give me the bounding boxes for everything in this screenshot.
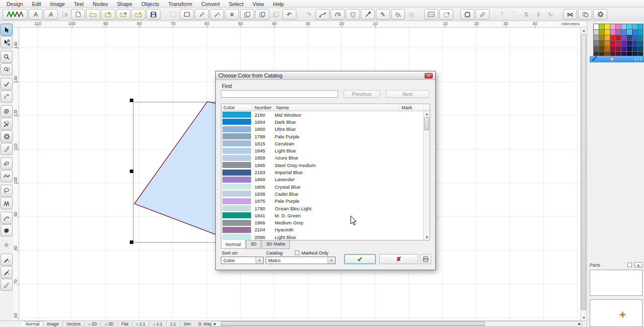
palette-swatch[interactable] xyxy=(605,46,610,51)
catalog-color-row[interactable]: 2096Light Blue xyxy=(221,233,423,240)
parts-checkbox[interactable] xyxy=(627,263,632,267)
column-header-name[interactable]: Name xyxy=(274,104,399,111)
previous-button[interactable]: Previous xyxy=(344,90,380,98)
find-input[interactable] xyxy=(221,90,338,98)
duplicate-objects-button[interactable] xyxy=(255,9,269,20)
palette-swatch[interactable] xyxy=(616,30,621,35)
fill-tool-button[interactable] xyxy=(391,9,405,20)
view-tab-1-1[interactable]: 1:1 xyxy=(166,321,181,327)
catalog-color-row[interactable]: 2193Imperial Blue xyxy=(221,169,423,176)
column-header-number[interactable]: Number xyxy=(253,104,274,111)
palette-swatch[interactable] xyxy=(599,30,604,35)
scroll-left-icon[interactable]: ◀ xyxy=(213,322,215,325)
overlap-shapes-button[interactable] xyxy=(578,9,592,20)
palette-swatch[interactable] xyxy=(627,35,632,40)
palette-swatch[interactable] xyxy=(610,24,615,29)
table-scroll-thumb[interactable] xyxy=(424,117,429,130)
palette-swatch[interactable] xyxy=(627,41,632,46)
brush-tool-button[interactable] xyxy=(475,9,490,20)
menu-nodes[interactable]: Nodes xyxy=(88,1,112,8)
cut-shape-tool[interactable] xyxy=(1,118,13,130)
palette-swatch[interactable] xyxy=(638,30,643,35)
palette-swatch[interactable] xyxy=(599,24,604,29)
gauge-button[interactable] xyxy=(331,9,345,20)
knife-tool[interactable] xyxy=(1,143,13,155)
menu-shape[interactable]: Shape xyxy=(113,1,137,8)
next-button[interactable]: Next xyxy=(386,90,429,98)
palette-swatch[interactable] xyxy=(627,24,632,29)
selection-handle[interactable] xyxy=(130,99,133,102)
scroll-down-icon[interactable]: ▼ xyxy=(582,316,586,319)
vertical-scroll-thumb[interactable] xyxy=(581,34,586,310)
palette-swatch[interactable] xyxy=(632,24,637,29)
palette-swatch[interactable] xyxy=(632,41,637,46)
table-scroll-down-icon[interactable]: ▼ xyxy=(425,235,429,239)
image-frame-button[interactable] xyxy=(424,9,438,20)
selected-shape[interactable] xyxy=(134,102,227,239)
stitch-select-button[interactable] xyxy=(3,9,28,20)
catalog-color-row[interactable]: 1806Crystal Blue xyxy=(221,183,423,190)
catalog-color-row[interactable]: 1859Azure Blue xyxy=(221,154,423,161)
palette-swatch[interactable] xyxy=(599,35,604,40)
sign-pen-button[interactable]: ✎ xyxy=(376,9,390,20)
undo-button[interactable]: ↶ xyxy=(282,9,296,20)
palette-swatch[interactable] xyxy=(621,24,626,29)
menu-select[interactable]: Select xyxy=(224,1,248,8)
palette-swatch[interactable] xyxy=(621,41,626,46)
parts-expand-button[interactable]: ▲ xyxy=(634,262,643,268)
catalog-color-row[interactable]: 1815Cerulean xyxy=(221,140,423,147)
menu-transform[interactable]: Transform xyxy=(164,1,197,8)
ribbon-tool[interactable] xyxy=(1,170,13,182)
color-picker-button[interactable] xyxy=(361,9,375,20)
lasso-tool[interactable] xyxy=(1,185,13,197)
node-curve-button[interactable] xyxy=(315,9,330,20)
close-icon[interactable]: ✕ xyxy=(425,73,433,78)
view-tab-vectors[interactable]: Vectors xyxy=(62,321,86,327)
settings-button[interactable] xyxy=(593,9,607,20)
menu-view[interactable]: View xyxy=(248,1,269,8)
sort-on-select[interactable]: Color ▼ xyxy=(221,257,264,264)
print-button[interactable] xyxy=(420,254,431,264)
palette-swatch[interactable] xyxy=(621,35,626,40)
catalog-color-row[interactable]: 1966Medium Grey xyxy=(221,219,423,226)
marked-only-checkbox[interactable] xyxy=(295,251,299,255)
view-tab-3d[interactable]: 3D xyxy=(101,321,119,327)
export-design-button[interactable] xyxy=(116,9,130,20)
palette-swatch[interactable] xyxy=(638,46,643,51)
view-tab-sim[interactable]: Sim xyxy=(179,321,196,327)
palette-swatch[interactable] xyxy=(599,41,604,46)
palette-swatch[interactable] xyxy=(638,35,643,40)
catalog-color-row[interactable]: 1790Ocean Bleu Light xyxy=(221,205,423,212)
wand-add-button[interactable] xyxy=(195,9,209,20)
wand-remove-button[interactable] xyxy=(210,9,224,20)
view-tab-flat[interactable]: Flat xyxy=(117,321,133,327)
tab-3d-matte[interactable]: 3D Matte xyxy=(262,240,290,249)
view-tab-normal[interactable]: Normal xyxy=(21,321,44,327)
catalog-color-row[interactable]: 1800Ultra Blue xyxy=(221,126,423,133)
palette-swatch-selected[interactable] xyxy=(627,30,632,35)
palette-swatch[interactable] xyxy=(594,46,599,51)
view-tab-1-1[interactable]: 1:1 xyxy=(148,321,167,327)
palette-swatch[interactable] xyxy=(594,41,599,46)
menu-text[interactable]: Text xyxy=(69,1,88,8)
palette-swatch[interactable] xyxy=(610,30,615,35)
menu-convert[interactable]: Convert xyxy=(197,1,224,8)
view-tab-image[interactable]: Image xyxy=(43,321,64,327)
catalog-select[interactable]: Metro ▼ xyxy=(266,257,336,264)
text-tool-button[interactable]: A xyxy=(29,9,43,20)
selection-handle[interactable] xyxy=(130,170,133,173)
dialog-title-bar[interactable]: Choose Color from Catalog ✕ xyxy=(216,71,435,80)
palette-swatch[interactable] xyxy=(605,30,610,35)
catalog-color-row[interactable]: 1841M. D. Green xyxy=(221,212,423,219)
chevron-down-icon[interactable]: ▼ xyxy=(328,257,335,264)
canvas-horizontal-scrollbar[interactable]: ◀ ▶ xyxy=(211,321,583,326)
parameters-tool[interactable] xyxy=(1,130,13,142)
catalog-color-row[interactable]: 2190Mid Windsor xyxy=(221,111,423,118)
parts-list[interactable] xyxy=(590,270,642,296)
palette-swatch[interactable] xyxy=(632,30,637,35)
import-design-button[interactable] xyxy=(101,9,115,20)
palette-swatch[interactable] xyxy=(638,41,643,46)
mirror-copy-button[interactable]: ⋈ xyxy=(563,9,577,20)
measure-tool[interactable] xyxy=(1,78,13,90)
catalog-color-row[interactable]: 2104Hyacinth xyxy=(221,226,423,233)
